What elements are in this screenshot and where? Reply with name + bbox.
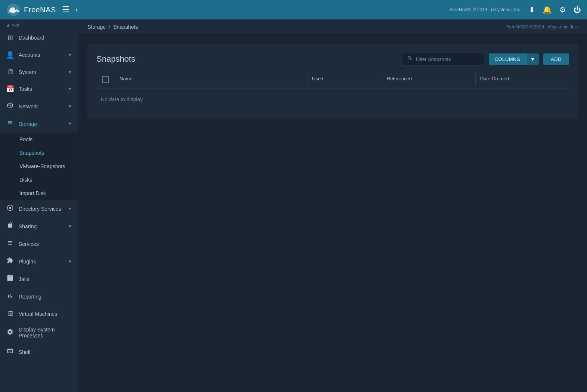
sidebar-item-storage[interactable]: Storage ▲ [0,115,78,133]
breadcrumb-copyright: FreeNAS® © 2019 - iXsystems, Inc. [506,24,578,30]
breadcrumb-parent[interactable]: Storage [87,24,106,30]
sidebar-item-jails[interactable]: Jails [0,270,78,288]
sharing-arrow: ▼ [68,224,72,229]
directory-services-arrow: ▼ [68,206,72,212]
add-button[interactable]: ADD [543,53,569,65]
system-icon: 🖥 [6,68,14,76]
jails-icon [6,275,14,283]
svg-point-3 [9,207,11,209]
table-col-used: Used [308,73,382,86]
main-content: Storage / Snapshots FreeNAS® © 2019 - iX… [78,19,587,392]
sidebar-item-directory-services[interactable]: Directory Services ▼ [0,200,78,217]
sidebar-item-services[interactable]: Services [0,235,78,253]
sidebar-item-network[interactable]: Network ▼ [0,98,78,115]
sidebar-subitem-vmware-snapshots[interactable]: VMware-Snapshots [0,160,78,173]
reporting-icon [6,292,14,301]
topbar-right: FreeNAS® © 2019 - iXsystems, Inc. ⬇ 🔔 ⚙ … [449,5,581,14]
display-system-processes-icon [6,328,14,337]
sidebar-root-label: ▲ root [0,19,78,29]
snapshots-label: Snapshots [19,150,44,156]
shell-icon [6,348,14,356]
app-name: FreeNAS [24,6,56,14]
sidebar-item-label: System [19,69,63,75]
sidebar-item-label: Storage [19,121,63,127]
sidebar-item-label: Jails [19,276,72,282]
sidebar-item-plugins[interactable]: Plugins ▼ [0,253,78,270]
sidebar-item-label: Plugins [19,259,63,265]
network-icon [6,102,14,111]
back-icon[interactable]: ‹ [75,6,78,14]
pools-label: Pools [19,136,33,142]
columns-dropdown-arrow[interactable]: ▼ [526,53,539,65]
sidebar-item-label: Reporting [19,294,72,300]
select-all-checkbox[interactable] [102,76,109,83]
table-header: Name Used Referenced Date Created [96,73,569,89]
tasks-arrow: ▼ [68,86,72,92]
notification-icon[interactable]: 🔔 [543,5,552,14]
breadcrumb-current: Snapshots [113,24,138,30]
storage-arrow: ▲ [68,121,72,127]
sidebar-item-label: Network [19,104,63,109]
accounts-arrow: ▼ [68,52,72,58]
sidebar-item-label: Tasks [19,86,63,92]
table-col-referenced: Referenced [382,73,476,86]
vmware-snapshots-label: VMware-Snapshots [19,163,65,169]
sharing-icon [6,222,14,231]
sidebar-item-tasks[interactable]: 📅 Tasks ▼ [0,80,78,98]
card-actions: COLUMNS ▼ ADD [402,53,569,65]
system-arrow: ▼ [68,70,72,75]
search-icon [407,55,413,63]
storage-icon [6,120,14,128]
sidebar-subitem-disks[interactable]: Disks [0,173,78,186]
topbar-left: FreeNAS ☰ ‹ [6,3,78,16]
directory-services-icon [6,204,14,213]
storage-subitems: Pools Snapshots VMware-Snapshots Disks I… [0,133,78,200]
card-header: Snapshots C [96,53,569,65]
sidebar-item-display-system-processes[interactable]: Display System Processes [0,322,78,343]
settings-icon[interactable]: ⚙ [559,5,566,14]
table-col-date-created: Date Created [476,73,569,86]
download-icon[interactable]: ⬇ [529,5,535,14]
sidebar-subitem-pools[interactable]: Pools [0,133,78,146]
columns-button[interactable]: COLUMNS [489,53,526,65]
sidebar-item-label: Virtual Machines [19,311,72,317]
sidebar-item-label: Dashboard [19,35,72,41]
search-input[interactable] [416,56,479,62]
sidebar-item-sharing[interactable]: Sharing ▼ [0,217,78,235]
breadcrumb-bar: Storage / Snapshots FreeNAS® © 2019 - iX… [78,19,587,35]
power-icon[interactable]: ⏻ [574,6,581,14]
table-col-name: Name [115,73,308,86]
page-area: Snapshots C [78,35,587,392]
sidebar-item-label: Sharing [19,223,63,229]
sidebar-item-label: Directory Services [19,206,63,212]
search-box [402,53,484,65]
sidebar-item-reporting[interactable]: Reporting [0,288,78,305]
sidebar-subitem-snapshots[interactable]: Snapshots [0,146,78,160]
sidebar-item-virtual-machines[interactable]: 🖥 Virtual Machines [0,305,78,322]
table-checkbox-header [96,73,115,86]
menu-icon[interactable]: ☰ [62,5,69,15]
disks-label: Disks [19,177,32,183]
snapshots-table: Name Used Referenced Date Created No dat… [96,73,569,110]
network-arrow: ▼ [68,104,72,109]
page-title: Snapshots [96,54,135,64]
logo: FreeNAS [6,3,56,16]
sidebar-item-label: Services [19,241,72,247]
accounts-icon: 👤 [6,51,14,59]
sidebar-subitem-import-disk[interactable]: Import Disk [0,186,78,200]
plugins-arrow: ▼ [68,259,72,264]
sidebar-item-dashboard[interactable]: ⊞ Dashboard [0,29,78,46]
freenas-logo-icon [6,3,21,16]
no-data-message: No data to display [96,89,569,110]
svg-point-1 [15,8,16,10]
body-layout: ▲ root ⊞ Dashboard 👤 Accounts ▼ 🖥 System… [0,19,587,392]
breadcrumb-separator: / [109,24,110,30]
sidebar-item-label: Display System Processes [19,327,72,339]
import-disk-label: Import Disk [19,190,46,196]
sidebar-item-accounts[interactable]: 👤 Accounts ▼ [0,46,78,64]
dashboard-icon: ⊞ [6,34,14,42]
tasks-icon: 📅 [6,85,14,93]
sidebar-item-label: Accounts [19,52,63,58]
sidebar-item-shell[interactable]: Shell [0,343,78,361]
sidebar-item-system[interactable]: 🖥 System ▼ [0,64,78,80]
